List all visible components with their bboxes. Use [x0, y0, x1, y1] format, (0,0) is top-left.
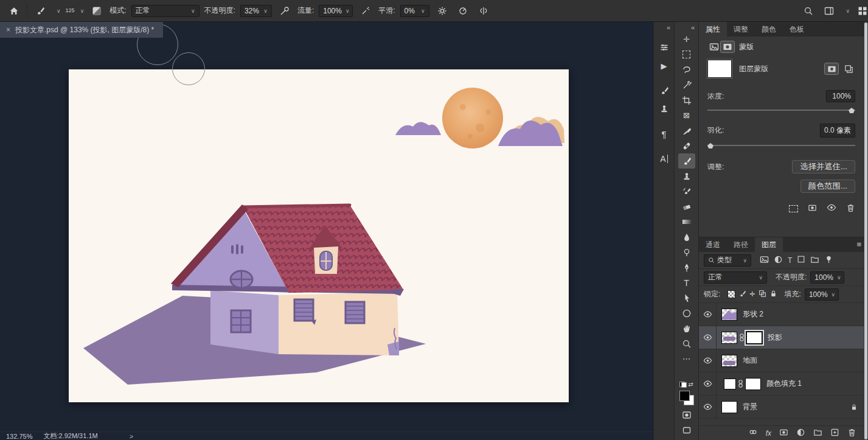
panel-scrollbar[interactable] — [864, 22, 868, 440]
type-tool[interactable]: T — [678, 275, 695, 290]
tab-properties[interactable]: 属性 — [699, 22, 727, 37]
layer-name[interactable]: 颜色填充 1 — [766, 379, 802, 389]
density-value[interactable]: 100% — [826, 90, 855, 102]
spot-healing-tool[interactable] — [678, 138, 695, 153]
gradient-tool[interactable] — [678, 214, 695, 229]
status-more-icon[interactable]: > — [130, 433, 133, 440]
visibility-eye-icon[interactable] — [699, 303, 717, 326]
frame-tool[interactable]: ⊠ — [678, 108, 695, 123]
delete-mask-trash-icon[interactable] — [846, 203, 855, 214]
zoom-tool[interactable] — [678, 336, 695, 351]
brush-settings-panel-icon[interactable] — [656, 40, 672, 55]
new-layer-icon[interactable] — [830, 428, 839, 439]
eraser-tool[interactable] — [678, 199, 695, 214]
visibility-eye-icon[interactable] — [699, 349, 717, 372]
brush-preset-picker[interactable]: 125 ∨ — [66, 8, 85, 14]
lock-pixels-icon[interactable] — [738, 290, 746, 299]
edit-toolbar-icon[interactable]: ⋯ — [678, 351, 695, 366]
tab-color[interactable]: 颜色 — [755, 22, 783, 37]
smoothing-select[interactable]: 0% ∨ — [400, 5, 429, 17]
visibility-eye-icon[interactable] — [699, 326, 717, 349]
zoom-level[interactable]: 132.75% — [6, 433, 32, 440]
layer-row-shadow[interactable]: 投影 — [699, 326, 864, 349]
swap-colors-icon[interactable]: ⇄ — [688, 382, 693, 388]
adjustment-layer-icon[interactable] — [796, 428, 805, 439]
visibility-eye-icon[interactable] — [699, 372, 717, 395]
smoothing-options-gear-icon[interactable] — [434, 3, 450, 19]
shape-tool[interactable] — [678, 306, 695, 321]
default-swatches-icon[interactable] — [679, 382, 687, 388]
actions-panel-icon[interactable]: ▶ — [656, 58, 672, 73]
brushes-panel-icon[interactable] — [656, 83, 672, 98]
opacity-select[interactable]: 32% ∨ — [240, 5, 272, 17]
brush-angle-icon[interactable] — [455, 3, 471, 19]
layer-style-fx-icon[interactable]: fx — [766, 429, 771, 438]
collapse-toolbar-icon[interactable]: « — [687, 23, 698, 32]
tab-channels[interactable]: 通道 — [699, 237, 727, 252]
clone-source-panel-icon[interactable] — [656, 102, 672, 116]
filter-adjustment-icon[interactable] — [774, 255, 783, 266]
select-and-mask-button[interactable]: 选择并遮住... — [792, 160, 855, 173]
layer-mask-thumbnail[interactable] — [746, 332, 762, 344]
layer-name[interactable]: 投影 — [768, 332, 782, 343]
layer-mask-thumbnail[interactable] — [745, 378, 761, 390]
layer-name[interactable]: 形状 2 — [743, 309, 763, 320]
marquee-tool[interactable] — [678, 47, 695, 62]
canvas-area[interactable]: × 投影文章.psd @ 133% (投影, 图层蒙版/8) * 132.75%… — [0, 22, 653, 440]
swatch-mini-controls[interactable]: ⇄ — [679, 382, 693, 388]
layer-thumbnail[interactable] — [721, 355, 737, 367]
mask-badge-icon[interactable] — [825, 63, 838, 74]
pixel-layer-icon[interactable] — [707, 41, 721, 52]
home-icon[interactable] — [6, 3, 22, 19]
tab-paths[interactable]: 路径 — [727, 237, 755, 252]
layer-name[interactable]: 背景 — [743, 402, 757, 412]
layer-name[interactable]: 地面 — [743, 355, 757, 366]
mask-link-icon[interactable] — [738, 379, 743, 388]
add-mask-icon[interactable] — [779, 428, 788, 439]
visibility-eye-icon[interactable] — [699, 396, 717, 418]
layer-row-ground[interactable]: 地面 — [699, 349, 864, 372]
lock-artboard-icon[interactable] — [759, 290, 766, 299]
magic-wand-tool[interactable] — [678, 77, 695, 93]
layer-thumbnail[interactable] — [721, 332, 737, 344]
foreground-color-swatch[interactable] — [679, 391, 690, 401]
quick-mask-icon[interactable] — [678, 407, 695, 422]
filter-pin-icon[interactable] — [824, 255, 833, 266]
layer-blend-mode-select[interactable]: 正常 ∨ — [704, 271, 767, 284]
move-tool[interactable]: ✛ — [678, 32, 695, 47]
filter-type-select[interactable]: 类型 ∨ — [704, 254, 751, 267]
tab-layers[interactable]: 图层 — [755, 237, 783, 252]
mask-visibility-eye-icon[interactable] — [827, 203, 836, 214]
blend-mode-select[interactable]: 正常 ∨ — [131, 5, 200, 17]
density-slider-track[interactable] — [707, 110, 855, 111]
close-icon[interactable]: × — [6, 26, 10, 34]
eyedropper-tool[interactable] — [678, 123, 695, 138]
airbrush-icon[interactable] — [358, 3, 373, 19]
load-selection-icon[interactable] — [789, 205, 798, 212]
tab-adjustments[interactable]: 调整 — [727, 22, 755, 37]
feather-slider-handle[interactable] — [707, 143, 713, 148]
apply-mask-icon[interactable] — [808, 203, 817, 214]
lock-transparent-icon[interactable] — [727, 290, 735, 298]
dodge-tool[interactable] — [678, 245, 695, 260]
feather-value[interactable]: 0.0 像素 — [820, 124, 855, 138]
flow-select[interactable]: 100% ∨ — [319, 5, 353, 17]
density-slider[interactable] — [707, 107, 855, 114]
mask-properties-icon[interactable] — [721, 41, 734, 52]
layer-thumbnail[interactable] — [721, 309, 737, 321]
link-layers-icon[interactable] — [748, 428, 758, 438]
search-icon[interactable] — [800, 3, 816, 19]
history-brush-tool[interactable] — [678, 184, 695, 199]
brush-tool[interactable] — [678, 153, 695, 169]
layer-opacity-select[interactable]: 100% ∨ — [810, 271, 844, 284]
tablet-pressure-opacity-icon[interactable] — [277, 3, 293, 19]
color-swatches[interactable] — [679, 390, 695, 406]
brush-tool-icon[interactable] — [32, 3, 48, 19]
screen-mode-icon[interactable] — [678, 422, 695, 438]
fill-swatch-thumbnail[interactable] — [724, 379, 736, 389]
artboard[interactable] — [69, 69, 569, 402]
mask-link-icon[interactable] — [739, 333, 745, 342]
clone-stamp-tool[interactable] — [678, 169, 695, 184]
character-panel-icon[interactable]: A — [656, 152, 672, 166]
brush-mask-texture-icon[interactable] — [89, 3, 105, 19]
